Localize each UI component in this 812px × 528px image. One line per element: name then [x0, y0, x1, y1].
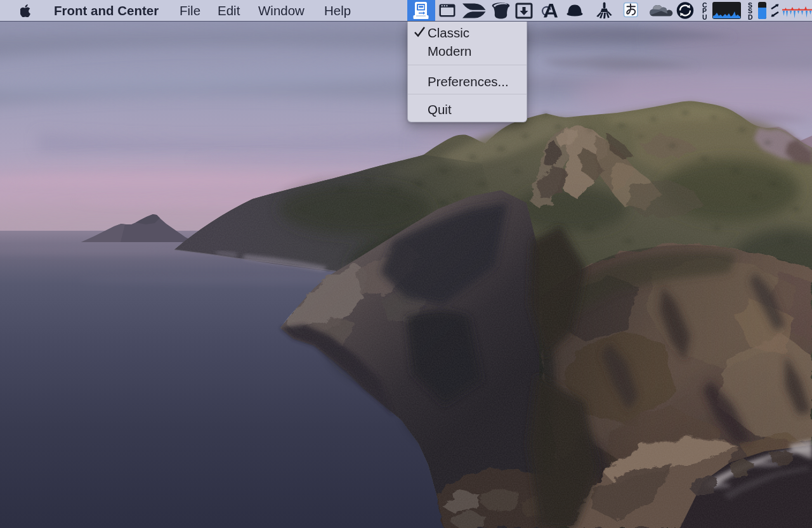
svg-text:U: U — [702, 13, 707, 21]
svg-text:D: D — [748, 13, 753, 21]
